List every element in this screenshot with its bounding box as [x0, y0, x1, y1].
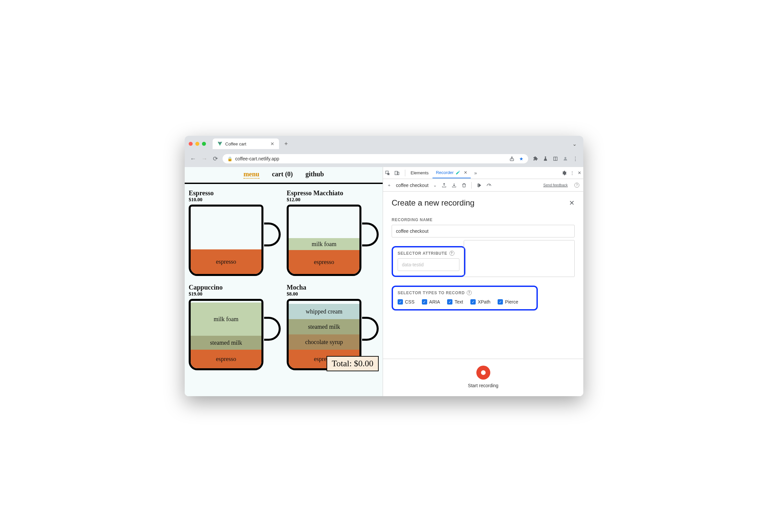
nav-github[interactable]: github: [305, 170, 324, 179]
selector-attribute-input[interactable]: [398, 258, 459, 271]
address-bar: ← → ⟳ 🔒 coffee-cart.netlify.app ★: [185, 152, 583, 167]
browser-window: Coffee cart ✕ + ⌄ ← → ⟳ 🔒 coffee-cart.ne…: [185, 136, 583, 396]
page-viewport: menu cart (0) github Espresso$10.00espre…: [185, 167, 383, 396]
tab-close-icon[interactable]: ✕: [270, 141, 274, 146]
tab-divider: [405, 170, 405, 176]
product-name: Mocha: [287, 284, 379, 291]
new-recording-icon[interactable]: ＋: [387, 182, 391, 188]
selector-attribute-highlight: SELECTOR ATTRIBUTE ?: [392, 246, 465, 277]
product-price: $8.00: [287, 291, 379, 297]
maximize-window-button[interactable]: [202, 142, 206, 146]
settings-gear-icon[interactable]: [561, 170, 567, 176]
product-price: $10.00: [189, 197, 281, 203]
cup-handle: [362, 317, 379, 341]
send-feedback-link[interactable]: Send feedback: [543, 183, 568, 187]
selector-type-checkbox[interactable]: ✓Pierce: [498, 299, 518, 305]
selector-types-help-icon[interactable]: ?: [467, 290, 472, 295]
labs-flask-icon[interactable]: [543, 156, 548, 161]
tab-elements[interactable]: Elements: [407, 168, 432, 178]
ingredient-layer: espresso: [191, 350, 261, 368]
product-name: Cappuccino: [189, 284, 281, 291]
inspect-element-icon[interactable]: [385, 170, 394, 176]
selector-type-checkbox[interactable]: ✓XPath: [470, 299, 490, 305]
tabs-dropdown-icon[interactable]: ⌄: [570, 139, 579, 148]
delete-icon[interactable]: [461, 183, 467, 188]
start-recording-button[interactable]: [476, 366, 490, 380]
coffee-mug: milk foamsteamed milkespresso: [189, 299, 281, 372]
selector-attribute-help-icon[interactable]: ?: [449, 251, 454, 256]
product-name: Espresso: [189, 189, 281, 197]
chevron-down-icon[interactable]: ⌄: [433, 183, 437, 188]
device-toolbar-icon[interactable]: [394, 170, 403, 176]
tab-recorder[interactable]: Recorder 🧪 ✕: [432, 167, 470, 178]
selector-type-checkbox[interactable]: ✓CSS: [398, 299, 415, 305]
recording-name-label: RECORDING NAME: [392, 218, 575, 222]
selector-types-highlight: SELECTOR TYPES TO RECORD ? ✓CSS✓ARIA✓Tex…: [392, 286, 538, 310]
url-input[interactable]: 🔒 coffee-cart.netlify.app ★: [223, 154, 528, 163]
ingredient-layer: steamed milk: [191, 336, 261, 350]
url-actions: ★: [509, 156, 524, 161]
more-tabs-icon[interactable]: »: [471, 170, 480, 176]
selector-types-label-text: SELECTOR TYPES TO RECORD: [398, 291, 465, 295]
checkbox-label: CSS: [405, 299, 415, 305]
cup-body: espresso: [189, 205, 263, 276]
checkbox-icon: ✓: [398, 299, 403, 305]
recorder-footer: Start recording: [383, 359, 583, 396]
speed-icon[interactable]: [486, 183, 492, 188]
window-controls: [189, 142, 206, 146]
flask-icon: 🧪: [456, 170, 460, 175]
kebab-menu-icon[interactable]: ⋮: [573, 156, 578, 162]
reload-button[interactable]: ⟳: [211, 154, 219, 164]
extensions-icon[interactable]: [533, 156, 538, 161]
forward-button[interactable]: →: [200, 154, 208, 164]
back-button[interactable]: ←: [189, 154, 197, 164]
devtools-tabbar: Elements Recorder 🧪 ✕ » ⋮ ✕: [383, 167, 583, 179]
panel-title: Create a new recording: [392, 198, 474, 208]
page-nav: menu cart (0) github: [185, 167, 383, 183]
new-tab-button[interactable]: +: [282, 140, 291, 147]
close-window-button[interactable]: [189, 142, 193, 146]
devtools-kebab-icon[interactable]: ⋮: [570, 170, 574, 175]
product-price: $12.00: [287, 197, 379, 203]
coffee-mug: espresso: [189, 205, 281, 278]
recording-name-input[interactable]: [392, 225, 575, 237]
ingredient-layer: whipped cream: [289, 304, 359, 319]
minimize-window-button[interactable]: [195, 142, 199, 146]
start-recording-label: Start recording: [468, 383, 499, 388]
product-card[interactable]: Cappuccino$19.00milk foamsteamed milkesp…: [189, 284, 281, 372]
reading-list-icon[interactable]: [553, 156, 558, 161]
product-card[interactable]: Espresso Macchiato$12.00milk foamespress…: [287, 189, 379, 278]
tab-recorder-close-icon[interactable]: ✕: [464, 170, 467, 175]
checkbox-icon: ✓: [422, 299, 427, 305]
help-icon[interactable]: ?: [574, 183, 579, 188]
lock-icon: 🔒: [227, 156, 233, 161]
ingredient-layer: steamed milk: [289, 319, 359, 334]
nav-menu[interactable]: menu: [243, 170, 259, 179]
selector-type-checkbox[interactable]: ✓ARIA: [422, 299, 440, 305]
selector-types-checks: ✓CSS✓ARIA✓Text✓XPath✓Pierce: [398, 299, 532, 305]
selector-attribute-input-ext[interactable]: [464, 240, 575, 277]
cup-body: milk foamsteamed milkespresso: [189, 299, 263, 370]
bookmark-star-icon[interactable]: ★: [519, 156, 524, 161]
share-icon[interactable]: [509, 156, 515, 161]
product-grid: Espresso$10.00espressoEspresso Macchiato…: [185, 184, 383, 377]
import-icon[interactable]: [451, 183, 457, 188]
selector-attribute-label: SELECTOR ATTRIBUTE ?: [398, 251, 459, 256]
devtools-close-icon[interactable]: ✕: [578, 170, 581, 175]
panel-close-icon[interactable]: ✕: [569, 199, 575, 207]
total-badge[interactable]: Total: $0.00: [327, 356, 379, 371]
selector-type-checkbox[interactable]: ✓Text: [447, 299, 463, 305]
profile-avatar-icon[interactable]: [563, 156, 568, 161]
nav-cart[interactable]: cart (0): [272, 170, 293, 179]
product-card[interactable]: Espresso$10.00espresso: [189, 189, 281, 278]
devtools-panel: Elements Recorder 🧪 ✕ » ⋮ ✕ ＋ coffee ch: [383, 167, 583, 396]
continue-icon[interactable]: [476, 183, 482, 188]
active-recording-name[interactable]: coffee checkout: [396, 183, 429, 188]
selector-attribute-label-text: SELECTOR ATTRIBUTE: [398, 251, 447, 256]
checkbox-label: Text: [454, 299, 463, 305]
svg-point-3: [564, 157, 566, 159]
cup-body: milk foamespresso: [287, 205, 361, 276]
ingredient-layer: milk foam: [289, 238, 359, 250]
export-icon[interactable]: [441, 183, 447, 188]
browser-tab[interactable]: Coffee cart ✕: [213, 138, 279, 149]
